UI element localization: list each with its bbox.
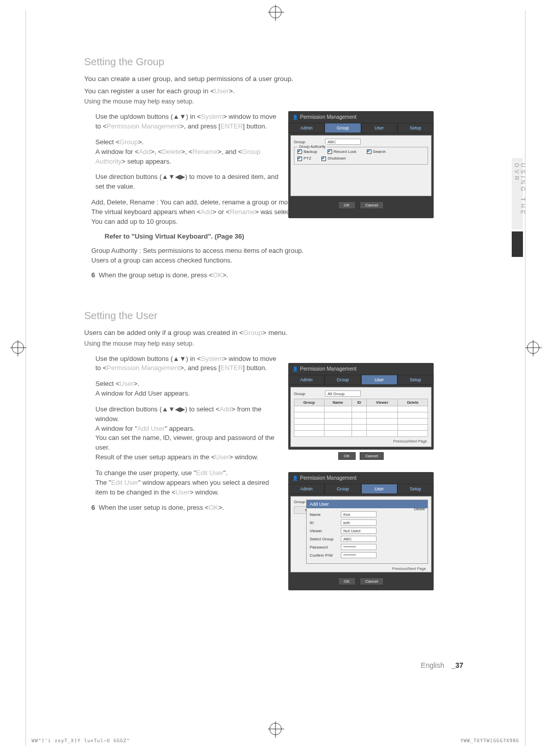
- table-row[interactable]: [294, 412, 428, 419]
- ok-button-2[interactable]: OK: [338, 452, 356, 460]
- chk-ptz[interactable]: [297, 157, 302, 161]
- dvr-panel-group: Permission Management Admin Group User S…: [288, 111, 434, 218]
- dvr-body-3: Group Gr Add User NameKim IDkdh ViewerNo…: [290, 496, 432, 572]
- add-user-dialog: Add User NameKim IDkdh ViewerNot Used Se…: [306, 500, 428, 564]
- bullet-group-authority: Group Authority : Sets permissions to ac…: [91, 246, 423, 266]
- tab-group[interactable]: Group: [324, 123, 361, 133]
- cancel-button-3[interactable]: Cancel: [360, 578, 384, 585]
- group-label: Group: [294, 140, 322, 144]
- imprint-left: WW^]'i zoyT_X]Y lunTul~U GGGZ^: [32, 738, 130, 743]
- chk-search[interactable]: [367, 149, 371, 154]
- tab-group-2[interactable]: Group: [324, 375, 361, 385]
- section-title-group: Setting the Group: [84, 56, 452, 68]
- tab-user-3[interactable]: User: [361, 484, 397, 494]
- cancel-button-2[interactable]: Cancel: [360, 452, 384, 460]
- registration-mark-right: [527, 342, 539, 354]
- dvr-body-1: Group ABC Group Authority Backup Record …: [290, 135, 432, 196]
- name-field[interactable]: Kim: [341, 511, 377, 517]
- dvr-foot-1: OK Cancel: [288, 198, 434, 213]
- table-row[interactable]: [294, 425, 428, 431]
- ustep-2: Select <User>. A window for Add User app…: [95, 379, 279, 399]
- page-footer: English _37: [421, 661, 463, 669]
- table-row[interactable]: [294, 431, 428, 437]
- dvr-title-3: Permission Management: [288, 472, 434, 484]
- cancel-button[interactable]: Cancel: [360, 201, 384, 209]
- tab-user[interactable]: User: [361, 123, 397, 133]
- dvr-tabs-3: Admin Group User Setup: [288, 484, 434, 494]
- add-user-head: Add User: [307, 500, 428, 508]
- step-6-group: 6 When the group setup is done, press <O…: [91, 271, 423, 280]
- side-tab-current: [512, 231, 523, 257]
- ok-button[interactable]: OK: [338, 201, 356, 209]
- registration-mark-top: [269, 6, 282, 18]
- fs-legend: Group Authority: [297, 144, 327, 149]
- chk-backup[interactable]: [297, 149, 302, 154]
- delete-column: Delete: [411, 507, 428, 511]
- dvr-title-2: Permission Management: [288, 363, 434, 375]
- intro-user: Users can be added only if a group was c…: [84, 328, 452, 338]
- ustep-4: To change the user property, use "Edit U…: [95, 468, 279, 498]
- section-title-user: Setting the User: [84, 310, 452, 322]
- step-2: Select <Group>. A window for <Add>, <Del…: [95, 138, 279, 167]
- select-group-field[interactable]: ABC: [341, 536, 377, 542]
- mouse-tip-1: Using the mouse may help easy setup.: [84, 98, 452, 105]
- group-field[interactable]: ABC: [325, 139, 361, 145]
- intro-line-2: You can register a user for each group i…: [84, 86, 452, 96]
- group-authority-fieldset: Group Authority Backup Record Lock Searc…: [294, 147, 428, 165]
- dvr-foot-2: OK Cancel: [288, 449, 434, 464]
- footer-page: _37: [452, 661, 463, 669]
- refer-line: Refer to "Using Virtual Keyboard". (Page…: [105, 232, 436, 242]
- dvr-panel-user-list: Permission Management Admin Group User S…: [288, 363, 434, 450]
- confirm-field[interactable]: ********: [341, 552, 377, 558]
- ok-button-3[interactable]: OK: [338, 578, 356, 585]
- ustep-1: Use the up/down buttons (▲▼) in <System>…: [95, 354, 279, 374]
- tab-user-2[interactable]: User: [361, 375, 397, 385]
- step-1: Use the up/down buttons (▲▼) in <System>…: [95, 112, 279, 132]
- chk-recordlock[interactable]: [328, 149, 332, 154]
- tab-setup-2[interactable]: Setup: [397, 375, 434, 385]
- registration-mark-left: [12, 342, 24, 354]
- prev-next-2[interactable]: Previous/Next Page: [391, 564, 427, 571]
- dvr-title-1: Permission Management: [288, 111, 434, 123]
- step-3: Use direction buttons (▲▼◀▶) to move to …: [95, 172, 279, 192]
- dvr-panel-add-user: Permission Management Admin Group User S…: [288, 472, 434, 590]
- side-tab-label: USING THE DVR: [512, 158, 526, 229]
- registration-mark-bottom: [269, 723, 282, 735]
- page-frame-right: [525, 10, 525, 746]
- ustep-3: Use direction buttons (▲▼◀▶) to select <…: [95, 405, 279, 462]
- table-row[interactable]: [294, 419, 428, 425]
- page-frame-left: [26, 10, 26, 746]
- prev-next-1[interactable]: Previous/Next Page: [294, 437, 428, 444]
- viewer-field[interactable]: Not Used: [341, 528, 377, 534]
- dvr-tabs-2: Admin Group User Setup: [288, 375, 434, 385]
- imprint-right: YWW_TXYTW[GGG7X98G: [460, 738, 519, 743]
- tab-setup-3[interactable]: Setup: [397, 484, 434, 494]
- tab-admin[interactable]: Admin: [288, 123, 324, 133]
- dvr-body-2: Group All Group Group Name ID Viewer Del…: [290, 387, 432, 447]
- id-field[interactable]: kdh: [341, 519, 377, 526]
- mouse-tip-2: Using the mouse may help easy setup.: [84, 340, 452, 347]
- tab-admin-2[interactable]: Admin: [288, 375, 324, 385]
- tab-admin-3[interactable]: Admin: [288, 484, 324, 494]
- tab-setup[interactable]: Setup: [397, 123, 434, 133]
- dvr-foot-3: OK Cancel: [288, 575, 434, 589]
- intro-line-1: You can create a user group, and setup p…: [84, 74, 452, 84]
- footer-lang: English: [421, 661, 444, 669]
- group-field-2[interactable]: All Group: [325, 390, 361, 397]
- side-tab: USING THE DVR: [512, 158, 523, 229]
- tab-group-3[interactable]: Group: [324, 484, 361, 494]
- group-label-2: Group: [294, 392, 322, 396]
- password-field[interactable]: ********: [341, 544, 377, 550]
- dvr-tabs-1: Admin Group User Setup: [288, 123, 434, 133]
- user-table: Group Name ID Viewer Delete: [294, 399, 428, 437]
- table-row[interactable]: [294, 406, 428, 412]
- chk-shutdown[interactable]: [321, 157, 326, 161]
